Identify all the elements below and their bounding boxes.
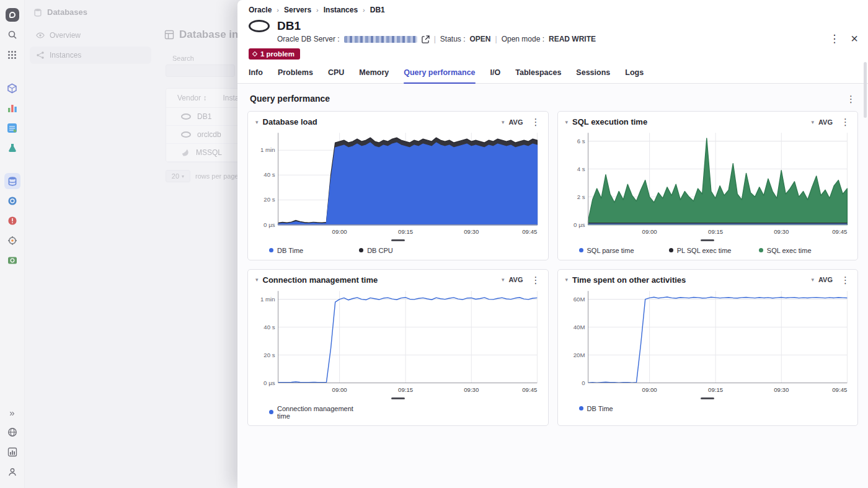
open-mode-label: Open mode : (502, 35, 544, 43)
close-icon[interactable]: × (851, 32, 858, 46)
oracle-vendor-icon (181, 113, 191, 120)
legend-item[interactable]: PL SQL exec time (669, 247, 759, 254)
sidebar-item-overview[interactable]: Overview (30, 27, 151, 44)
legend-item[interactable]: SQL parse time (579, 247, 669, 254)
legend-label: PL SQL exec time (677, 247, 732, 254)
breadcrumb-servers[interactable]: Servers (284, 6, 311, 14)
app-settings-icon[interactable] (4, 233, 20, 249)
svg-text:4 s: 4 s (577, 166, 585, 172)
panel-header: DB1 Oracle DB Server : | Status : OPEN |… (237, 16, 868, 60)
collapse-icon[interactable]: ▾ (565, 119, 569, 125)
panel-scrollbar[interactable] (864, 62, 867, 118)
instance-name: MSSQL (196, 148, 222, 157)
tab-sessions[interactable]: Sessions (576, 68, 610, 83)
legend-item[interactable]: Connection management time (269, 405, 359, 420)
svg-text:09:45: 09:45 (522, 228, 537, 235)
apps-grid-icon[interactable] (4, 47, 20, 63)
agg-selector[interactable]: AVG (508, 118, 523, 126)
collapse-icon[interactable]: ▾ (255, 277, 259, 283)
app-cube-icon[interactable] (4, 80, 20, 96)
chart-kebab-icon[interactable]: ⋮ (841, 117, 850, 126)
tab-query-performance[interactable]: Query performance (404, 68, 475, 83)
chart-canvas[interactable]: 0 µs2 s4 s6 s09:0009:1509:3009:45 (565, 128, 851, 239)
databases-icon[interactable] (4, 173, 20, 189)
chart-kebab-icon[interactable]: ⋮ (531, 117, 541, 126)
chart-canvas[interactable]: 020M40M60M09:0009:1509:3009:45 (565, 286, 851, 397)
server-label: Oracle DB Server : (277, 35, 340, 43)
chart-legend: DB TimeDB CPU (255, 242, 541, 255)
svg-text:09:30: 09:30 (464, 228, 479, 235)
legend-item[interactable]: DB CPU (359, 247, 449, 254)
activity-icon[interactable] (4, 444, 20, 460)
legend-item[interactable]: SQL exec time (759, 247, 849, 254)
agg-selector[interactable]: AVG (818, 276, 833, 283)
chevron-right-icon: › (316, 6, 319, 14)
breadcrumb-instances[interactable]: Instances (324, 6, 358, 14)
table-icon (164, 30, 174, 40)
svg-text:09:30: 09:30 (464, 386, 479, 393)
oracle-vendor-icon (181, 131, 191, 138)
svg-text:0 µs: 0 µs (264, 221, 275, 228)
svg-text:60M: 60M (573, 296, 585, 303)
panel-kebab-icon[interactable]: ⋮ (829, 33, 839, 44)
legend-item[interactable]: DB Time (269, 247, 359, 254)
section-kebab-icon[interactable]: ⋮ (846, 94, 856, 104)
page-size-select[interactable]: 20▾ (166, 170, 190, 182)
app-logo-icon[interactable] (4, 7, 20, 23)
legend-dot-icon (269, 248, 273, 252)
tab-logs[interactable]: Logs (625, 68, 644, 83)
app-metrics-icon[interactable] (4, 100, 20, 116)
collapse-icon[interactable]: ▾ (255, 119, 259, 125)
sort-icon: ↕ (203, 94, 206, 102)
chart-title: Time spent on other activities (572, 275, 686, 285)
breadcrumb-oracle[interactable]: Oracle (249, 6, 272, 14)
sidebar-item-label: Overview (50, 31, 81, 40)
chart-kebab-icon[interactable]: ⋮ (531, 275, 541, 285)
app-globe-icon[interactable] (4, 193, 20, 209)
chevron-right-icon: › (363, 6, 365, 14)
app-camera-icon[interactable] (4, 252, 20, 268)
icon-rail: » (0, 0, 25, 488)
instance-name: orclcdb (197, 130, 221, 139)
page-size-label: rows per page (195, 172, 239, 180)
tab-cpu[interactable]: CPU (328, 68, 344, 83)
app-alert-icon[interactable] (4, 213, 20, 229)
tab-problems[interactable]: Problems (278, 68, 313, 83)
chart-legend: Connection management time (255, 401, 541, 421)
legend-item[interactable]: DB Time (579, 405, 669, 412)
agg-selector[interactable]: AVG (818, 118, 833, 126)
nav-title-row: Databases (25, 0, 156, 24)
collapse-icon[interactable]: ▾ (565, 277, 569, 283)
search-icon[interactable] (4, 27, 20, 43)
open-external-icon[interactable] (422, 35, 430, 43)
help-globe-icon[interactable] (4, 424, 20, 440)
app-grid-icon[interactable] (4, 120, 20, 136)
expand-rail-icon[interactable]: » (4, 404, 20, 420)
chart-canvas[interactable]: 0 µs20 s40 s1 min09:0009:1509:3009:45 (255, 286, 541, 397)
tab-io[interactable]: I/O (490, 68, 501, 83)
chart-canvas[interactable]: 0 µs20 s40 s1 min09:0009:1509:3009:45 (255, 128, 541, 239)
tab-bar: Info Problems CPU Memory Query performan… (237, 60, 868, 84)
problem-badge[interactable]: 1 problem (249, 48, 300, 60)
panel-body: Query performance ⋮ ▾ Database load ▾ AV… (237, 84, 868, 488)
agg-selector[interactable]: AVG (508, 276, 523, 283)
svg-text:20 s: 20 s (264, 196, 275, 203)
tab-memory[interactable]: Memory (359, 68, 389, 83)
chart-kebab-icon[interactable]: ⋮ (841, 275, 850, 285)
profile-icon[interactable] (4, 464, 20, 480)
legend-dot-icon (669, 248, 673, 252)
svg-text:0 µs: 0 µs (264, 379, 275, 386)
sidebar-item-instances[interactable]: Instances (30, 47, 151, 64)
databases-small-icon (33, 8, 42, 17)
breadcrumb-db1[interactable]: DB1 (370, 6, 385, 14)
tab-tablespaces[interactable]: Tablespaces (515, 68, 561, 83)
chevron-down-icon: ▾ (182, 174, 184, 179)
svg-text:09:00: 09:00 (642, 386, 657, 393)
column-header-vendor[interactable]: Vendor ↕ (177, 94, 206, 102)
search-input[interactable] (166, 64, 235, 77)
instance-subtitle: Oracle DB Server : | Status : OPEN | Ope… (277, 35, 857, 43)
chart-title: Connection management time (263, 275, 378, 285)
app-lab-icon[interactable] (4, 140, 20, 156)
tab-info[interactable]: Info (249, 68, 263, 83)
svg-text:09:15: 09:15 (398, 386, 413, 393)
